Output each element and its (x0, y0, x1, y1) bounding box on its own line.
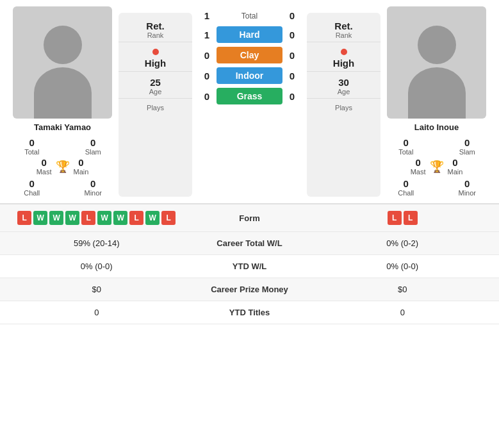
form-badge: L (17, 211, 31, 225)
right-bottom-stats: 0 Chall 0 Minor (380, 178, 493, 197)
surface-row: 0 Grass 0 (197, 88, 302, 104)
right-high-row: High (307, 45, 380, 72)
surface-row: 0 Indoor 0 (197, 67, 302, 84)
left-total-val: 0 (29, 137, 35, 148)
left-chall-val: 0 (29, 178, 35, 189)
left-rank-val: Ret. (146, 21, 164, 31)
surface-right-score: 0 (282, 29, 302, 40)
surface-rows: 1 Hard 0 0 Clay 0 0 Indoor 0 0 Grass 0 (197, 26, 302, 104)
surface-row: 0 Clay 0 (197, 47, 302, 63)
left-trophy-icon: 🏆 (56, 160, 70, 174)
right-form-badges: LL (314, 211, 492, 225)
right-main-val: 0 (452, 157, 457, 168)
right-slam-val: 0 (464, 137, 470, 148)
stat-left-val: 59% (20-14) (8, 238, 186, 248)
right-trophy-row: 0 Mast 🏆 0 Main (411, 157, 463, 176)
stat-left-val: 0% (0-0) (8, 261, 186, 271)
left-age-row: 25 Age (119, 74, 192, 99)
right-player-card: Laito Inoue 0 Total 0 Slam 0 Mast 🏆 0 (380, 6, 493, 197)
right-plays-row: Plays (307, 101, 380, 114)
left-player-avatar (13, 6, 112, 119)
left-age-label: Age (149, 88, 162, 95)
right-mast-val: 0 (415, 157, 420, 168)
stats-row: 59% (20-14) Career Total W/L 0% (0-2) (0, 232, 499, 255)
right-total-val: 0 (404, 137, 409, 148)
left-mast-label: Mast (37, 168, 52, 176)
left-trophy-row: 0 Mast 🏆 0 Main (37, 157, 89, 176)
left-red-dot (152, 49, 159, 55)
stat-left-val: 0 (8, 308, 186, 317)
left-player-card: Tamaki Yamao 0 Total 0 Slam 0 Mast 🏆 (6, 6, 119, 197)
form-badge: L (404, 211, 418, 225)
form-badge: W (97, 211, 111, 225)
right-player-name: Laito Inoue (414, 122, 459, 132)
left-high-val: High (145, 58, 166, 69)
right-age-label: Age (338, 88, 350, 95)
left-minor-val: 0 (90, 178, 95, 189)
stats-rows: 59% (20-14) Career Total W/L 0% (0-2) 0%… (0, 232, 499, 324)
form-row: LWWWLWWLWL Form LL (0, 204, 499, 232)
right-main-label: Main (448, 168, 463, 176)
surface-left-score: 0 (197, 91, 217, 102)
right-high-val: High (333, 58, 354, 69)
right-age-row: 30 Age (307, 74, 380, 99)
stat-right-val: 0 (314, 308, 492, 317)
left-form-badges: LWWWLWWLWL (8, 211, 186, 225)
form-badge: W (49, 211, 63, 225)
stat-right-val: 0% (0-0) (314, 261, 492, 271)
right-slam-label: Slam (459, 148, 475, 156)
right-minor-val: 0 (464, 178, 470, 189)
total-label: Total (217, 12, 282, 21)
surface-right-score: 0 (282, 71, 302, 81)
surface-right-score: 0 (282, 50, 302, 61)
form-badge: W (65, 211, 79, 225)
left-plays-row: Plays (119, 101, 192, 114)
form-badge: W (145, 211, 160, 225)
stats-row: 0% (0-0) YTD W/L 0% (0-0) (0, 255, 499, 278)
surface-left-score: 0 (197, 71, 217, 81)
form-badge: L (161, 211, 176, 225)
stat-center-label: Career Total W/L (186, 238, 314, 248)
surface-badge: Hard (217, 26, 282, 43)
right-rank-row: Ret. Rank (307, 18, 380, 42)
right-rank-val: Ret. (334, 21, 352, 31)
left-player-stats: 0 Total 0 Slam (6, 137, 119, 156)
right-rank-label: Rank (336, 31, 352, 39)
left-chall-label: Chall (24, 189, 40, 197)
stat-center-label: Career Prize Money (186, 285, 314, 294)
right-player-avatar (387, 6, 486, 119)
left-total-label: Total (24, 148, 39, 156)
surface-badge: Grass (217, 88, 282, 104)
right-red-dot (341, 49, 347, 55)
left-high-row: High (119, 45, 192, 72)
surface-row: 1 Hard 0 (197, 26, 302, 43)
left-total-score: 1 (197, 10, 217, 21)
form-badge: L (129, 211, 143, 225)
stat-right-val: $0 (314, 285, 492, 294)
surface-left-score: 0 (197, 50, 217, 61)
stat-right-val: 0% (0-2) (314, 238, 492, 248)
stat-center-label: YTD Titles (186, 308, 314, 317)
left-plays-label: Plays (147, 104, 164, 112)
right-plays-label: Plays (335, 104, 352, 112)
stats-row: 0 YTD Titles 0 (0, 301, 499, 324)
surface-left-score: 1 (197, 29, 217, 40)
left-main-val: 0 (78, 157, 83, 168)
left-rank-label: Rank (147, 31, 164, 39)
form-label: Form (186, 213, 314, 223)
stat-center-label: YTD W/L (186, 261, 314, 271)
bottom-stats-section: LWWWLWWLWL Form LL 59% (20-14) Career To… (0, 203, 499, 324)
form-badge: L (388, 211, 402, 225)
right-chall-label: Chall (398, 189, 414, 197)
left-bottom-stats: 0 Chall 0 Minor (6, 178, 119, 197)
left-main-label: Main (74, 168, 89, 176)
right-age-val: 30 (338, 77, 349, 88)
form-badge: W (113, 211, 127, 225)
stat-left-val: $0 (8, 285, 186, 294)
surface-badge: Clay (217, 47, 282, 63)
left-mast-val: 0 (41, 157, 46, 168)
total-row: 1 Total 0 (197, 10, 302, 21)
right-total-label: Total (398, 148, 413, 156)
right-detail-box: Ret. Rank High 30 Age Plays (307, 13, 380, 197)
left-detail-box: Ret. Rank High 25 Age Plays (119, 13, 192, 197)
